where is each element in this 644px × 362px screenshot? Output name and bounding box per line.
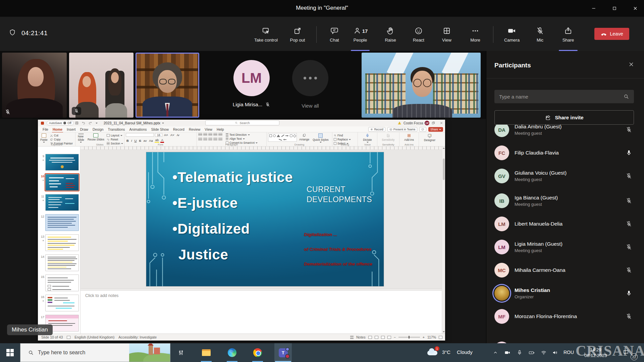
slide-sorter-icon[interactable] [375,336,378,339]
tray-wifi-icon[interactable] [541,350,547,356]
zoom-in-button[interactable]: + [423,335,425,339]
slide-canvas[interactable]: •Telematic justice •E-justice •Digitaliz… [146,152,384,287]
slideshow-icon[interactable] [387,336,391,339]
notes-toggle-label[interactable]: Notes [356,335,365,339]
scrollbar-thumb[interactable] [443,159,445,180]
share-invite-button[interactable]: Share invite [494,110,634,125]
mic-muted-icon[interactable] [626,267,632,274]
mic-muted-icon[interactable] [626,197,632,204]
take-control-button[interactable]: Take control [250,21,282,48]
view-all-tile[interactable]: View all [282,53,339,118]
slide-thumbnail[interactable] [45,214,79,231]
undo-icon[interactable] [82,121,86,125]
slide-thumbnail[interactable] [45,234,79,251]
tray-battery-icon[interactable] [529,350,535,356]
keyboard-language[interactable]: ROU [564,350,574,355]
participant-row[interactable]: MF Morozan Florina-Florentina [486,306,644,327]
menu-draw[interactable]: Draw [80,127,88,131]
ppt-minimize-button[interactable] [422,120,428,126]
align-center-icon[interactable] [203,138,207,141]
menu-slideshow[interactable]: Slide Show [151,127,169,131]
leave-button[interactable]: Leave [594,28,629,40]
scroll-down-icon[interactable] [443,331,445,333]
menu-design[interactable]: Design [93,127,104,131]
align-right-icon[interactable] [208,138,212,141]
share-button[interactable]: Share [556,21,580,48]
more-button[interactable]: More [463,21,487,48]
replace-button[interactable]: Replace [334,138,351,141]
window-minimize-button[interactable] [585,0,602,17]
participant-row[interactable]: IB Iga Bianca (Guest) Meeting guest [486,188,644,213]
sensitivity-button[interactable]: Sensitivity [381,133,395,143]
underline-button[interactable]: U [134,139,138,142]
normal-view-icon[interactable] [368,336,372,339]
menu-transitions[interactable]: Transitions [108,127,125,131]
ppt-search-box[interactable]: Search [205,120,279,125]
participant-row[interactable]: FC Filip Claudia-Flavia [486,142,644,164]
save-icon[interactable] [75,121,79,125]
ppt-record-button[interactable]: Record [368,127,385,132]
bold-button[interactable]: B [126,139,129,142]
react-button[interactable]: React [407,21,431,48]
people-button[interactable]: 17 People [346,21,374,48]
align-text-button[interactable]: Align Text [226,137,258,140]
numbering-icon[interactable] [203,133,207,136]
file-explorer-button[interactable] [198,343,215,362]
view-button[interactable]: View [435,21,459,48]
tray-mic-icon[interactable] [517,350,523,356]
menu-view[interactable]: View [205,127,212,131]
slide-thumbnail[interactable] [45,275,79,291]
font-color-button[interactable]: A [160,138,164,143]
task-view-button[interactable] [172,343,190,362]
clear-format-button[interactable]: A̷ [176,133,179,137]
mic-button[interactable]: Mic [528,21,552,48]
italic-button[interactable]: I [130,139,133,142]
justify-icon[interactable] [213,138,217,141]
text-direction-button[interactable]: Text Direction [226,133,258,136]
ppt-close-button[interactable] [438,120,444,126]
tray-camera-icon[interactable] [504,350,511,356]
mic-muted-icon[interactable] [626,221,632,227]
participant-row[interactable]: MC Mihaila Carmen-Oana [486,259,644,281]
shrink-font-button[interactable]: A˅ [170,133,175,137]
video-tile-participant-2[interactable] [69,53,133,118]
fit-slide-icon[interactable] [439,336,442,339]
reading-view-icon[interactable] [381,336,385,339]
edge-button[interactable] [223,343,241,362]
zoom-slider[interactable] [398,337,420,338]
mic-on-icon[interactable] [626,149,632,156]
chat-button[interactable]: Chat [322,21,346,48]
highlight-color-button[interactable]: ab [155,138,160,143]
columns-icon[interactable] [218,138,222,141]
participant-row[interactable]: LM Ligia Mirisan (Guest) Meeting guest [486,235,644,259]
ppt-filename[interactable]: 2023_11_04_Baroul SM_Mihes.pptx [104,121,164,125]
pop-out-button[interactable]: Pop out [285,21,310,48]
new-slide-button[interactable]: New Slide [77,133,85,143]
window-maximize-button[interactable] [606,0,623,17]
present-in-teams-button[interactable]: Present in Teams [387,127,418,132]
video-tile-participant-3[interactable] [362,53,481,118]
paste-button[interactable]: Paste [39,133,49,143]
start-button[interactable] [0,343,20,362]
display-settings-icon[interactable] [67,336,70,339]
find-button[interactable]: Find [334,134,351,137]
tray-volume-icon[interactable] [552,350,558,356]
align-left-icon[interactable] [198,138,202,141]
menu-review[interactable]: Review [189,127,200,131]
layout-button[interactable]: Layout [107,134,123,137]
taskbar-search-box[interactable]: Type here to search [20,343,170,362]
copy-button[interactable]: Copy [50,138,73,141]
chrome-button[interactable] [249,343,266,362]
participant-row[interactable]: LM Libert Manuela-Delia [486,213,644,235]
mic-muted-icon[interactable] [626,313,632,320]
notes-toggle-icon[interactable] [350,336,354,339]
bullets-icon[interactable] [198,133,202,136]
weather-condition[interactable]: Cloudy [457,349,473,355]
quick-styles-button[interactable]: Quick Styles [312,133,329,143]
slide-thumbnail[interactable] [45,194,79,211]
participant-row[interactable]: GV Giuliana Voicu (Guest) Meeting guest [486,164,644,188]
strikethrough-button[interactable]: S [138,139,142,142]
video-tile-audio-only[interactable]: LM Ligia Mirisa... [221,53,282,118]
slide-thumbnail[interactable] [45,254,79,271]
menu-file[interactable]: File [43,127,48,131]
